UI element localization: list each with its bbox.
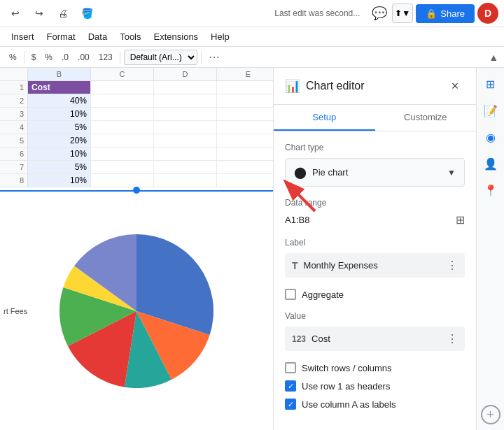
cell-d2[interactable] [154, 94, 217, 107]
cell-e2[interactable] [217, 94, 273, 107]
value-label: Cost [312, 334, 330, 344]
cell-b7[interactable]: 5% [28, 161, 91, 173]
menu-format[interactable]: Format [41, 29, 81, 45]
cell-e3[interactable] [217, 108, 273, 120]
cell-d6[interactable] [154, 148, 217, 160]
cell-c8[interactable] [91, 174, 154, 187]
cell-b5[interactable]: 20% [28, 134, 91, 147]
aggregate-label: Aggregate [302, 289, 344, 300]
table-row: 2 40% [0, 94, 273, 108]
collapse-btn[interactable]: ▲ [489, 52, 498, 63]
font-select[interactable]: Default (Ari...) [124, 50, 197, 65]
percent2-btn[interactable]: % [41, 51, 56, 64]
cell-c5[interactable] [91, 134, 154, 147]
sidebar-maps-icon[interactable]: 📍 [480, 180, 501, 201]
cell-e8[interactable] [217, 174, 273, 187]
paint-format-btn[interactable]: 🪣 [77, 3, 97, 23]
sidebar-sheets-icon[interactable]: ⊞ [480, 73, 501, 94]
aggregate-checkbox[interactable] [285, 289, 296, 300]
sidebar-people-icon[interactable]: 👤 [480, 153, 501, 174]
chart-type-dropdown[interactable]: ⬤ Pie chart ▼ [285, 158, 465, 187]
cell-d4[interactable] [154, 121, 217, 134]
chart-type-dropdown-arrow: ▼ [447, 168, 456, 178]
sidebar-add-button[interactable]: + [481, 405, 500, 424]
label-text-icon: T [292, 260, 298, 271]
cell-b8[interactable]: 10% [28, 174, 91, 187]
cell-c1[interactable] [91, 81, 154, 94]
use-row1-checkbox[interactable]: ✓ [285, 380, 296, 392]
pie-chart [59, 234, 214, 388]
cell-b6[interactable]: 10% [28, 148, 91, 160]
format-toolbar: % $ % .0 .00 123 Default (Ari...) ⋯ ▲ [0, 47, 504, 68]
cell-b3[interactable]: 10% [28, 108, 91, 120]
col-header-d[interactable]: D [154, 68, 217, 80]
cell-c3[interactable] [91, 108, 154, 120]
print-btn[interactable]: 🖨 [53, 3, 73, 23]
table-row: 6 10% [0, 148, 273, 161]
col-header-c[interactable]: C [91, 68, 154, 80]
chart-type-label: Chart type [285, 143, 465, 152]
cell-e4[interactable] [217, 121, 273, 134]
comment-btn[interactable]: 💬 [370, 3, 389, 23]
cell-b2[interactable]: 40% [28, 94, 91, 107]
cell-d7[interactable] [154, 161, 217, 173]
cell-e6[interactable] [217, 148, 273, 160]
pie-chart-icon: ⬤ [294, 166, 307, 179]
chart-type-value: Pie chart [312, 167, 348, 178]
use-row1-row: ✓ Use row 1 as headers [285, 380, 465, 392]
data-range-label: Data range [285, 198, 465, 208]
use-colA-checkbox[interactable]: ✓ [285, 399, 296, 410]
cell-b1[interactable]: Cost [28, 81, 91, 94]
cell-c6[interactable] [91, 148, 154, 160]
column-headers: B C D E [0, 68, 273, 81]
user-avatar[interactable]: D [477, 3, 498, 24]
share-label: Share [440, 8, 465, 19]
value-chip[interactable]: 123 Cost ⋮ [285, 327, 465, 351]
chart-editor-icon: 📊 [285, 78, 300, 94]
cell-b4[interactable]: 5% [28, 121, 91, 134]
label-more-icon[interactable]: ⋮ [447, 259, 458, 272]
menu-tools[interactable]: Tools [114, 29, 146, 45]
cell-c7[interactable] [91, 161, 154, 173]
sidebar-analytics-icon[interactable]: ◉ [480, 127, 501, 148]
more-options-btn[interactable]: ⋯ [205, 49, 223, 65]
tab-customize[interactable]: Customize [375, 105, 477, 131]
data-range-value: A1:B8 [285, 215, 309, 225]
cell-e7[interactable] [217, 161, 273, 173]
sidebar-notes-icon[interactable]: 📝 [480, 100, 501, 121]
row-num: 4 [0, 121, 28, 134]
value-more-icon[interactable]: ⋮ [447, 332, 458, 345]
col-header-b[interactable]: B [28, 68, 91, 80]
value-section: Value 123 Cost ⋮ [285, 311, 465, 351]
col-header-e[interactable]: E [217, 68, 273, 80]
switch-rows-cols-checkbox[interactable] [285, 362, 296, 373]
editor-setup-content: Chart type ⬤ Pie chart ▼ Data range A1:B… [274, 131, 476, 430]
dollar-btn[interactable]: $ [28, 51, 40, 64]
undo-btn[interactable]: ↩ [6, 3, 25, 23]
decimal1-btn[interactable]: .0 [58, 51, 72, 64]
menu-data[interactable]: Data [83, 29, 113, 45]
label-chip[interactable]: T Monthly Expenses ⋮ [285, 253, 465, 278]
percent-btn[interactable]: % [6, 51, 20, 64]
decimal2-btn[interactable]: .00 [74, 51, 93, 64]
table-row: 3 10% [0, 108, 273, 121]
menu-extensions[interactable]: Extensions [148, 29, 204, 45]
grid-select-icon[interactable]: ⊞ [456, 213, 465, 227]
share-button[interactable]: 🔒 Share [416, 4, 475, 23]
chart-type-left: ⬤ Pie chart [294, 166, 348, 179]
cell-e1[interactable] [217, 81, 273, 94]
cell-d1[interactable] [154, 81, 217, 94]
cell-c4[interactable] [91, 121, 154, 134]
tab-setup[interactable]: Setup [274, 105, 375, 131]
cell-d5[interactable] [154, 134, 217, 147]
redo-btn[interactable]: ↪ [29, 3, 49, 23]
cell-c2[interactable] [91, 94, 154, 107]
num123-btn[interactable]: 123 [95, 51, 116, 64]
menu-insert[interactable]: Insert [6, 29, 40, 45]
menu-help[interactable]: Help [205, 29, 235, 45]
cell-e5[interactable] [217, 134, 273, 147]
close-editor-button[interactable]: × [445, 76, 465, 96]
cell-d8[interactable] [154, 174, 217, 187]
value-section-title: Value [285, 311, 465, 321]
cell-d3[interactable] [154, 108, 217, 120]
